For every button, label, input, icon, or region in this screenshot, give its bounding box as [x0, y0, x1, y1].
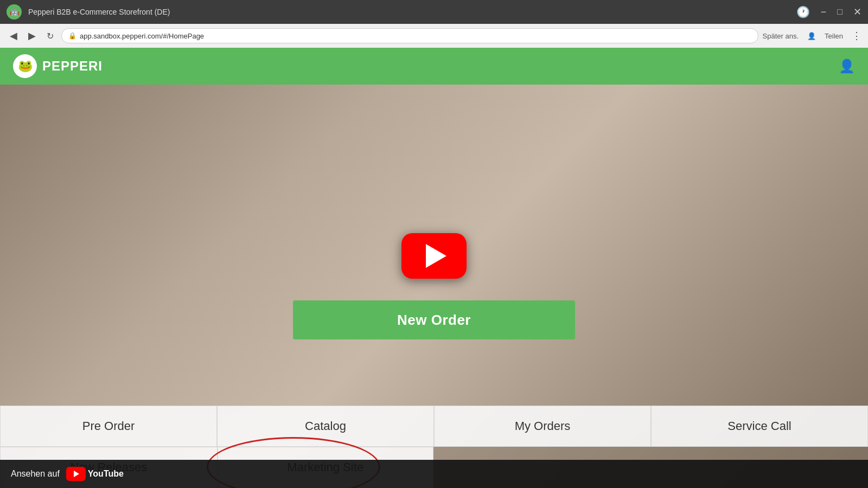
youtube-logo[interactable]: YouTube	[66, 467, 124, 481]
forward-button[interactable]: ▶	[25, 28, 39, 44]
browser-window-controls: 🕐 − □ ✕	[796, 5, 861, 18]
catalog-button[interactable]: Catalog	[217, 406, 434, 447]
watch-later-text: Später ans.	[763, 32, 799, 40]
browser-titlebar: 🤖 Pepperi B2B e-Commerce Storefront (DE)…	[0, 0, 868, 24]
menu-dots-icon: ⋮	[852, 30, 861, 42]
share-text: Teilen	[825, 32, 843, 40]
url-text: app.sandbox.pepperi.com/#/HomePage	[80, 32, 204, 40]
service-call-button[interactable]: Service Call	[651, 406, 868, 447]
pepperi-logo-icon: 🐸	[13, 54, 37, 78]
pepperi-logo-text: PEPPERI	[42, 59, 103, 74]
user-account-icon[interactable]: 👤	[839, 59, 855, 74]
browser-extra-controls: Später ans. 👤 Teilen ⋮	[763, 30, 861, 42]
my-orders-button[interactable]: My Orders	[434, 406, 651, 447]
clock-icon[interactable]: 🕐	[796, 5, 810, 18]
app-wrapper: 🐸 PEPPERI 👤 New Order Pre Order Catalog	[0, 48, 868, 488]
reload-button[interactable]: ↻	[43, 29, 57, 43]
browser-favicon-icon: 🤖	[7, 4, 22, 20]
minimize-btn[interactable]: −	[821, 7, 827, 18]
pepperi-header: 🐸 PEPPERI 👤	[0, 48, 868, 85]
browser-toolbar: ◀ ▶ ↻ 🔒 app.sandbox.pepperi.com/#/HomePa…	[0, 24, 868, 48]
back-button[interactable]: ◀	[7, 28, 21, 44]
new-order-button[interactable]: New Order	[293, 300, 575, 339]
youtube-icon	[66, 467, 86, 481]
youtube-play-button[interactable]	[401, 233, 467, 279]
url-bar[interactable]: 🔒 app.sandbox.pepperi.com/#/HomePage	[61, 28, 758, 43]
close-btn[interactable]: ✕	[853, 6, 861, 18]
browser-title: Pepperi B2B e-Commerce Storefront (DE)	[28, 8, 790, 16]
person-icon: 👤	[807, 32, 816, 40]
action-buttons-row-1: Pre Order Catalog My Orders Service Call	[0, 406, 868, 447]
watch-on-text: Ansehen auf	[11, 469, 60, 479]
secure-icon: 🔒	[68, 32, 76, 40]
hero-section: New Order Pre Order Catalog My Orders Se…	[0, 85, 868, 488]
video-play-area: New Order	[293, 233, 575, 339]
pepperi-logo: 🐸 PEPPERI	[13, 54, 103, 78]
pre-order-button[interactable]: Pre Order	[0, 406, 217, 447]
youtube-watch-bar: Ansehen auf YouTube	[0, 460, 868, 488]
browser-chrome: 🤖 Pepperi B2B e-Commerce Storefront (DE)…	[0, 0, 868, 48]
maximize-btn[interactable]: □	[837, 7, 843, 17]
youtube-text: YouTube	[88, 469, 124, 479]
